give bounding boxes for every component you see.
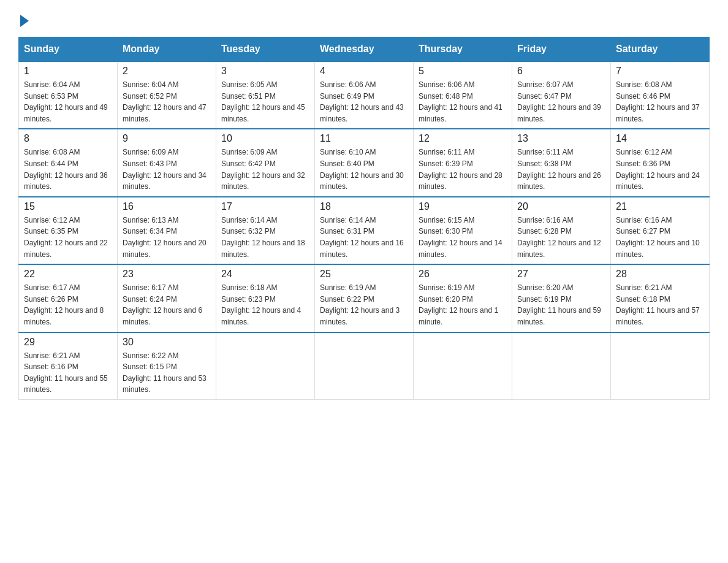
header-monday: Monday (118, 37, 216, 62)
day-number: 21 (616, 201, 704, 212)
calendar-cell: 18Sunrise: 6:14 AMSunset: 6:31 PMDayligh… (315, 197, 414, 264)
calendar-cell: 9Sunrise: 6:09 AMSunset: 6:43 PMDaylight… (118, 129, 216, 196)
page-header (18, 12, 710, 25)
day-number: 4 (320, 66, 408, 77)
day-number: 24 (221, 269, 309, 280)
day-info: Sunrise: 6:14 AMSunset: 6:31 PMDaylight:… (320, 216, 404, 259)
day-number: 8 (24, 133, 112, 144)
day-info: Sunrise: 6:07 AMSunset: 6:47 PMDaylight:… (517, 80, 601, 123)
day-number: 1 (24, 66, 112, 77)
calendar-cell (611, 332, 710, 400)
calendar-cell: 27Sunrise: 6:20 AMSunset: 6:19 PMDayligh… (512, 264, 611, 332)
day-number: 23 (123, 269, 211, 280)
week-row-2: 8Sunrise: 6:08 AMSunset: 6:44 PMDaylight… (19, 129, 710, 196)
calendar-cell: 10Sunrise: 6:09 AMSunset: 6:42 PMDayligh… (216, 129, 315, 196)
day-info: Sunrise: 6:06 AMSunset: 6:48 PMDaylight:… (419, 80, 502, 123)
day-info: Sunrise: 6:13 AMSunset: 6:34 PMDaylight:… (123, 216, 207, 259)
day-info: Sunrise: 6:04 AMSunset: 6:53 PMDaylight:… (24, 80, 108, 123)
week-row-5: 29Sunrise: 6:21 AMSunset: 6:16 PMDayligh… (19, 332, 710, 400)
day-number: 20 (517, 201, 605, 212)
day-number: 10 (221, 133, 309, 144)
calendar-cell: 1Sunrise: 6:04 AMSunset: 6:53 PMDaylight… (19, 61, 118, 129)
day-info: Sunrise: 6:17 AMSunset: 6:26 PMDaylight:… (24, 283, 104, 326)
day-number: 14 (616, 133, 704, 144)
day-number: 7 (616, 66, 704, 77)
calendar-cell: 29Sunrise: 6:21 AMSunset: 6:16 PMDayligh… (19, 332, 118, 400)
day-number: 28 (616, 269, 704, 280)
calendar-cell: 20Sunrise: 6:16 AMSunset: 6:28 PMDayligh… (512, 197, 611, 264)
calendar-header-row: SundayMondayTuesdayWednesdayThursdayFrid… (19, 37, 710, 62)
calendar-cell: 12Sunrise: 6:11 AMSunset: 6:39 PMDayligh… (414, 129, 512, 196)
day-info: Sunrise: 6:14 AMSunset: 6:32 PMDaylight:… (221, 216, 305, 259)
day-info: Sunrise: 6:19 AMSunset: 6:20 PMDaylight:… (419, 283, 498, 326)
logo (18, 12, 29, 25)
day-number: 2 (123, 66, 211, 77)
day-number: 13 (517, 133, 605, 144)
day-info: Sunrise: 6:08 AMSunset: 6:44 PMDaylight:… (24, 148, 108, 191)
day-info: Sunrise: 6:20 AMSunset: 6:19 PMDaylight:… (517, 283, 601, 326)
calendar-cell (216, 332, 315, 400)
day-info: Sunrise: 6:08 AMSunset: 6:46 PMDaylight:… (616, 80, 700, 123)
calendar-cell: 4Sunrise: 6:06 AMSunset: 6:49 PMDaylight… (315, 61, 414, 129)
header-sunday: Sunday (19, 37, 118, 62)
calendar-cell: 24Sunrise: 6:18 AMSunset: 6:23 PMDayligh… (216, 264, 315, 332)
calendar-cell: 17Sunrise: 6:14 AMSunset: 6:32 PMDayligh… (216, 197, 315, 264)
day-info: Sunrise: 6:18 AMSunset: 6:23 PMDaylight:… (221, 283, 301, 326)
day-info: Sunrise: 6:19 AMSunset: 6:22 PMDaylight:… (320, 283, 400, 326)
calendar-table: SundayMondayTuesdayWednesdayThursdayFrid… (18, 37, 710, 400)
header-tuesday: Tuesday (216, 37, 315, 62)
calendar-cell: 19Sunrise: 6:15 AMSunset: 6:30 PMDayligh… (414, 197, 512, 264)
calendar-cell: 13Sunrise: 6:11 AMSunset: 6:38 PMDayligh… (512, 129, 611, 196)
calendar-cell (315, 332, 414, 400)
calendar-cell: 14Sunrise: 6:12 AMSunset: 6:36 PMDayligh… (611, 129, 710, 196)
day-info: Sunrise: 6:05 AMSunset: 6:51 PMDaylight:… (221, 80, 305, 123)
calendar-cell: 2Sunrise: 6:04 AMSunset: 6:52 PMDaylight… (118, 61, 216, 129)
calendar-cell: 22Sunrise: 6:17 AMSunset: 6:26 PMDayligh… (19, 264, 118, 332)
day-number: 15 (24, 201, 112, 212)
day-number: 19 (419, 201, 507, 212)
day-number: 27 (517, 269, 605, 280)
header-wednesday: Wednesday (315, 37, 414, 62)
day-number: 29 (24, 337, 112, 348)
week-row-1: 1Sunrise: 6:04 AMSunset: 6:53 PMDaylight… (19, 61, 710, 129)
day-number: 25 (320, 269, 408, 280)
day-number: 9 (123, 133, 211, 144)
logo-arrow-icon (20, 15, 29, 27)
calendar-cell: 3Sunrise: 6:05 AMSunset: 6:51 PMDaylight… (216, 61, 315, 129)
week-row-4: 22Sunrise: 6:17 AMSunset: 6:26 PMDayligh… (19, 264, 710, 332)
day-info: Sunrise: 6:21 AMSunset: 6:16 PMDaylight:… (24, 351, 108, 394)
day-number: 6 (517, 66, 605, 77)
calendar-cell: 8Sunrise: 6:08 AMSunset: 6:44 PMDaylight… (19, 129, 118, 196)
day-info: Sunrise: 6:12 AMSunset: 6:35 PMDaylight:… (24, 216, 108, 259)
calendar-cell (414, 332, 512, 400)
day-info: Sunrise: 6:10 AMSunset: 6:40 PMDaylight:… (320, 148, 404, 191)
day-info: Sunrise: 6:06 AMSunset: 6:49 PMDaylight:… (320, 80, 404, 123)
day-number: 11 (320, 133, 408, 144)
day-info: Sunrise: 6:17 AMSunset: 6:24 PMDaylight:… (123, 283, 202, 326)
week-row-3: 15Sunrise: 6:12 AMSunset: 6:35 PMDayligh… (19, 197, 710, 264)
day-number: 5 (419, 66, 507, 77)
day-info: Sunrise: 6:21 AMSunset: 6:18 PMDaylight:… (616, 283, 700, 326)
header-saturday: Saturday (611, 37, 710, 62)
day-info: Sunrise: 6:09 AMSunset: 6:42 PMDaylight:… (221, 148, 305, 191)
day-number: 16 (123, 201, 211, 212)
calendar-cell: 21Sunrise: 6:16 AMSunset: 6:27 PMDayligh… (611, 197, 710, 264)
day-info: Sunrise: 6:22 AMSunset: 6:15 PMDaylight:… (123, 351, 207, 394)
calendar-cell: 28Sunrise: 6:21 AMSunset: 6:18 PMDayligh… (611, 264, 710, 332)
calendar-cell: 25Sunrise: 6:19 AMSunset: 6:22 PMDayligh… (315, 264, 414, 332)
calendar-cell: 16Sunrise: 6:13 AMSunset: 6:34 PMDayligh… (118, 197, 216, 264)
day-number: 26 (419, 269, 507, 280)
day-number: 30 (123, 337, 211, 348)
day-info: Sunrise: 6:16 AMSunset: 6:28 PMDaylight:… (517, 216, 601, 259)
day-info: Sunrise: 6:16 AMSunset: 6:27 PMDaylight:… (616, 216, 700, 259)
day-number: 17 (221, 201, 309, 212)
calendar-cell (512, 332, 611, 400)
day-info: Sunrise: 6:09 AMSunset: 6:43 PMDaylight:… (123, 148, 207, 191)
calendar-cell: 30Sunrise: 6:22 AMSunset: 6:15 PMDayligh… (118, 332, 216, 400)
calendar-cell: 11Sunrise: 6:10 AMSunset: 6:40 PMDayligh… (315, 129, 414, 196)
calendar-cell: 6Sunrise: 6:07 AMSunset: 6:47 PMDaylight… (512, 61, 611, 129)
day-number: 22 (24, 269, 112, 280)
day-number: 3 (221, 66, 309, 77)
day-info: Sunrise: 6:11 AMSunset: 6:38 PMDaylight:… (517, 148, 601, 191)
header-friday: Friday (512, 37, 611, 62)
